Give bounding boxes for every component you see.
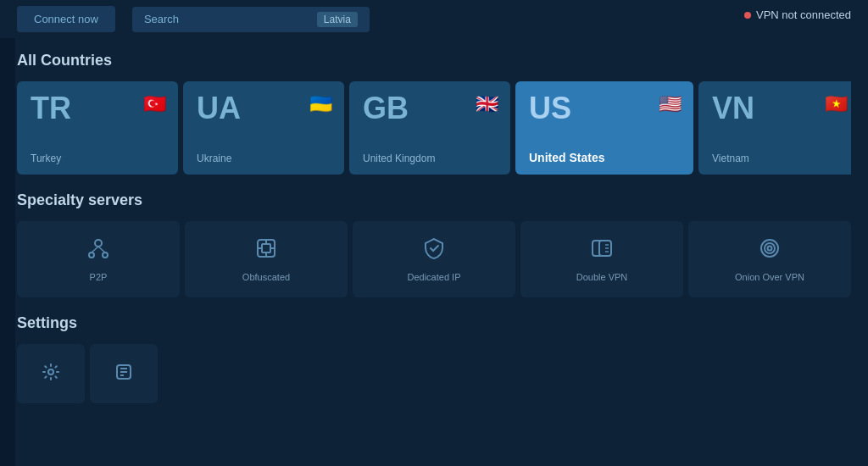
top-bar: Connect now Search Latvia VPN not connec… bbox=[0, 0, 868, 38]
specialty-card-dedicated[interactable]: Dedicated IP bbox=[353, 221, 515, 297]
settings-card-2[interactable] bbox=[90, 344, 158, 403]
search-area[interactable]: Search Latvia bbox=[132, 7, 370, 32]
settings-icon-2 bbox=[114, 363, 133, 386]
onion-icon bbox=[758, 236, 782, 265]
settings-section: Settings bbox=[17, 314, 851, 403]
main-content: All Countries TR 🇹🇷 Turkey UA 🇺🇦 Ukraine… bbox=[0, 38, 868, 466]
svg-point-0 bbox=[95, 240, 102, 247]
settings-title: Settings bbox=[17, 314, 851, 332]
svg-point-18 bbox=[768, 247, 772, 251]
country-code-us: US bbox=[529, 93, 680, 124]
vpn-status-dot bbox=[744, 12, 751, 19]
countries-grid: TR 🇹🇷 Turkey UA 🇺🇦 Ukraine GB 🇬🇧 United … bbox=[17, 81, 851, 175]
country-card-tr[interactable]: TR 🇹🇷 Turkey bbox=[17, 81, 178, 175]
svg-line-4 bbox=[98, 247, 105, 252]
vpn-status-text: VPN not connected bbox=[756, 8, 851, 21]
dedicated-icon bbox=[422, 236, 446, 265]
specialty-section: Specialty servers P2P bbox=[17, 191, 851, 297]
settings-grid bbox=[17, 344, 851, 403]
specialty-card-p2p[interactable]: P2P bbox=[17, 221, 180, 297]
country-flag-vn: 🇻🇳 bbox=[825, 93, 848, 115]
country-card-us[interactable]: US 🇺🇸 United States bbox=[515, 81, 693, 175]
svg-point-17 bbox=[765, 243, 775, 253]
specialty-servers-title: Specialty servers bbox=[17, 191, 851, 209]
search-current-value: Latvia bbox=[317, 12, 358, 27]
svg-point-2 bbox=[103, 252, 108, 258]
specialty-card-obfuscated[interactable]: Obfuscated bbox=[185, 221, 348, 297]
country-flag-gb: 🇬🇧 bbox=[476, 93, 498, 115]
double-vpn-label: Double VPN bbox=[576, 272, 628, 282]
all-countries-title: All Countries bbox=[17, 52, 851, 69]
obfuscated-icon bbox=[254, 236, 278, 265]
country-flag-tr: 🇹🇷 bbox=[143, 93, 166, 115]
dedicated-label: Dedicated IP bbox=[408, 272, 461, 282]
svg-point-19 bbox=[48, 369, 53, 374]
search-label: Search bbox=[144, 13, 179, 25]
connect-now-button[interactable]: Connect now bbox=[17, 6, 115, 32]
country-name-ua: Ukraine bbox=[197, 153, 331, 164]
country-flag-us: 🇺🇸 bbox=[659, 93, 682, 115]
country-name-vn: Vietnam bbox=[712, 153, 846, 164]
settings-card-1[interactable] bbox=[17, 344, 85, 403]
p2p-label: P2P bbox=[90, 272, 108, 282]
country-name-tr: Turkey bbox=[31, 153, 164, 164]
onion-label: Onion Over VPN bbox=[735, 272, 804, 282]
country-card-vn[interactable]: VN 🇻🇳 Vietnam bbox=[698, 81, 851, 175]
country-card-gb[interactable]: GB 🇬🇧 United Kingdom bbox=[349, 81, 510, 175]
p2p-icon bbox=[86, 236, 110, 265]
specialty-card-double-vpn[interactable]: Double VPN bbox=[520, 221, 683, 297]
double-vpn-icon bbox=[590, 236, 614, 265]
svg-line-3 bbox=[92, 247, 98, 252]
country-name-gb: United Kingdom bbox=[363, 153, 497, 164]
country-card-ua[interactable]: UA 🇺🇦 Ukraine bbox=[183, 81, 344, 175]
country-name-us: United States bbox=[529, 151, 680, 164]
specialty-grid: P2P Obfuscated bbox=[17, 221, 851, 297]
svg-point-1 bbox=[89, 252, 94, 258]
country-flag-ua: 🇺🇦 bbox=[309, 93, 332, 115]
specialty-card-onion[interactable]: Onion Over VPN bbox=[688, 221, 851, 297]
settings-icon-1 bbox=[42, 363, 60, 386]
svg-rect-6 bbox=[262, 244, 270, 252]
vpn-status: VPN not connected bbox=[744, 8, 851, 21]
obfuscated-label: Obfuscated bbox=[242, 272, 290, 282]
